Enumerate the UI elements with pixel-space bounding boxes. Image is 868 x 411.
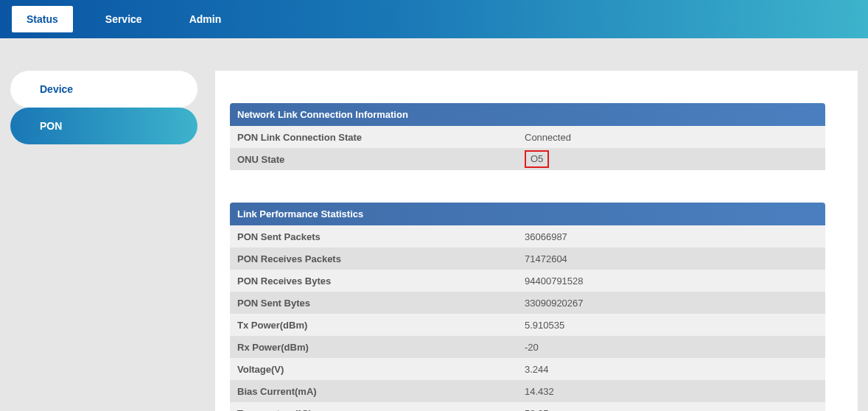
content-panel: Network Link Connection Information PON …: [215, 71, 858, 411]
row-value: Connected: [525, 126, 825, 148]
sidebar-item-device[interactable]: Device: [10, 71, 197, 108]
table-row: Rx Power(dBm) -20: [230, 336, 825, 358]
row-label: PON Receives Bytes: [230, 270, 525, 292]
row-label: PON Sent Packets: [230, 225, 525, 247]
row-label: Voltage(V): [230, 358, 525, 380]
row-label: ONU State: [230, 148, 525, 170]
row-value: -20: [525, 336, 825, 358]
tab-service[interactable]: Service: [91, 6, 157, 32]
row-value: 14.432: [525, 380, 825, 402]
table-row: Bias Current(mA) 14.432: [230, 380, 825, 402]
row-label: Tx Power(dBm): [230, 314, 525, 336]
row-value: 3.244: [525, 358, 825, 380]
row-label: PON Receives Packets: [230, 247, 525, 270]
table-row: PON Receives Packets 71472604: [230, 247, 825, 270]
row-value: O5: [525, 148, 825, 170]
section-header-link-info: Network Link Connection Information: [230, 103, 825, 126]
table-row: ONU State O5: [230, 148, 825, 170]
table-row: PON Link Connection State Connected: [230, 126, 825, 148]
table-row: PON Sent Packets 36066987: [230, 225, 825, 247]
table-row: Temperature(°C) 58.25: [230, 402, 825, 411]
tab-status[interactable]: Status: [12, 6, 73, 32]
row-value: 5.910535: [525, 314, 825, 336]
row-label: Temperature(°C): [230, 402, 525, 411]
row-label: Bias Current(mA): [230, 380, 525, 402]
table-row: Voltage(V) 3.244: [230, 358, 825, 380]
sidebar: Device PON: [0, 38, 186, 411]
row-label: PON Sent Bytes: [230, 292, 525, 314]
row-label: Rx Power(dBm): [230, 336, 525, 358]
table-row: PON Receives Bytes 94400791528: [230, 270, 825, 292]
row-value: 71472604: [525, 247, 825, 270]
table-perf-stats: PON Sent Packets 36066987 PON Receives P…: [230, 225, 825, 411]
row-value: 94400791528: [525, 270, 825, 292]
row-value: 58.25: [525, 402, 825, 411]
sidebar-item-pon[interactable]: PON: [10, 108, 197, 144]
row-value: 33090920267: [525, 292, 825, 314]
onu-state-highlight: O5: [525, 150, 549, 168]
table-row: Tx Power(dBm) 5.910535: [230, 314, 825, 336]
table-row: PON Sent Bytes 33090920267: [230, 292, 825, 314]
top-nav: Status Service Admin: [0, 0, 868, 38]
section-header-perf-stats: Link Performance Statistics: [230, 203, 825, 225]
row-label: PON Link Connection State: [230, 126, 525, 148]
table-link-info: PON Link Connection State Connected ONU …: [230, 126, 825, 170]
tab-admin[interactable]: Admin: [175, 6, 237, 32]
row-value: 36066987: [525, 225, 825, 247]
